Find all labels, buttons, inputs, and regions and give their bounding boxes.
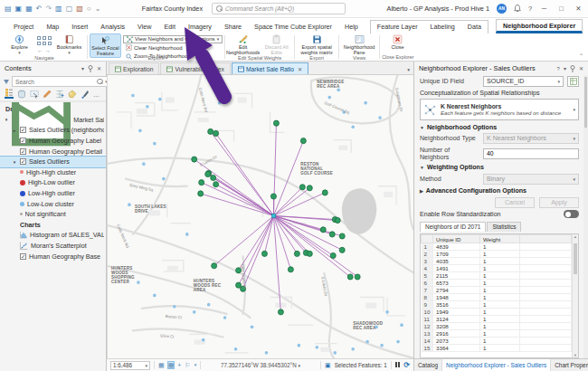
not-significant-point[interactable] xyxy=(234,347,238,351)
table-row[interactable]: 414911 xyxy=(422,265,572,272)
conceptualization-select[interactable]: K Nearest Neighbors Each feature gets K … xyxy=(420,99,579,120)
not-significant-point[interactable] xyxy=(364,101,367,105)
table-row[interactable]: 1131241 xyxy=(422,316,572,323)
not-significant-point[interactable] xyxy=(378,116,382,119)
new-project-icon[interactable]: ▤ xyxy=(5,5,12,13)
tree-map-market-sale-ratio[interactable]: ▾Market Sale Ratio xyxy=(0,115,106,126)
tree-item-sales-outliers[interactable]: ▾✓Sales Outliers xyxy=(0,157,106,167)
neighbor-point[interactable] xyxy=(261,251,267,256)
table-scrollbar[interactable]: ▴▾ xyxy=(572,234,578,357)
list-by-drawing-order-icon[interactable] xyxy=(5,90,14,99)
neighbor-point[interactable] xyxy=(212,263,217,269)
not-significant-point[interactable] xyxy=(265,351,269,355)
neighbor-point[interactable] xyxy=(213,130,219,136)
neighborhood-pane-button[interactable]: Neighborhood Pane xyxy=(341,33,377,56)
table-row[interactable]: 1533641 xyxy=(422,345,572,352)
list-by-charts-icon[interactable] xyxy=(81,90,90,99)
ribbon-tab-map[interactable]: Map xyxy=(40,21,65,33)
close-explorer-button[interactable]: Close xyxy=(382,33,413,51)
ribbon-tab-feature-layer[interactable]: Feature Layer xyxy=(371,21,424,33)
not-significant-point[interactable] xyxy=(400,323,403,327)
status-tools-chevron[interactable]: ▾ xyxy=(194,363,197,367)
not-significant-point[interactable] xyxy=(128,203,131,206)
advanced-options-section[interactable]: ▶Advanced Configuration Options xyxy=(420,187,579,195)
not-significant-point[interactable] xyxy=(131,94,135,98)
pause-drawing-icon[interactable] xyxy=(395,362,401,368)
list-by-data-source-icon[interactable] xyxy=(17,90,26,99)
list-by-editing-icon[interactable] xyxy=(43,90,52,99)
not-significant-point[interactable] xyxy=(193,310,196,314)
not-significant-point[interactable] xyxy=(146,105,149,109)
account-name[interactable]: Alberto - GP Analysis - Prod Hive 1 xyxy=(387,5,489,13)
tree-item-low-high-outlier[interactable]: Low-High outlier xyxy=(0,188,106,199)
neighbor-point[interactable] xyxy=(307,186,312,191)
ribbon-tab-edit[interactable]: Edit xyxy=(158,21,182,33)
maximize-button[interactable]: □ xyxy=(556,5,566,13)
not-significant-point[interactable] xyxy=(142,162,146,166)
add-data-icon[interactable]: ▥ xyxy=(55,5,62,13)
edit-neighborhoods-button[interactable]: Edit Neighborhoods xyxy=(227,33,259,56)
row-standardization-toggle[interactable] xyxy=(564,210,579,218)
not-significant-point[interactable] xyxy=(137,281,140,284)
save-project-icon[interactable]: ▦ xyxy=(25,5,33,13)
neighbor-point[interactable] xyxy=(330,252,336,258)
ribbon-tab-data[interactable]: Data xyxy=(461,21,488,33)
neighbor-point[interactable] xyxy=(307,251,312,256)
neighbor-point[interactable] xyxy=(205,171,211,176)
not-significant-point[interactable] xyxy=(351,125,355,128)
contents-search-input[interactable] xyxy=(15,79,95,85)
not-significant-point[interactable] xyxy=(173,305,176,309)
list-by-snapping-icon[interactable] xyxy=(55,90,64,99)
add-selection-icon[interactable]: ▦ xyxy=(158,362,165,368)
table-row[interactable]: 819481 xyxy=(422,294,572,301)
neighbor-point[interactable] xyxy=(213,182,219,187)
not-significant-point[interactable] xyxy=(202,338,205,342)
tree-item-moran-s-scatterplot[interactable]: Moran's Scatterplot xyxy=(0,241,106,252)
help-icon[interactable]: ? xyxy=(528,5,532,13)
toolbar-overflow-icon[interactable]: … xyxy=(93,91,100,98)
not-significant-point[interactable] xyxy=(385,310,389,314)
bottom-tab-catalog[interactable]: Catalog xyxy=(414,359,442,371)
tree-item-high-low-outlier[interactable]: High-Low outlier xyxy=(0,177,106,188)
filter-funnel-icon[interactable] xyxy=(4,80,9,84)
tree-item-charts[interactable]: Charts xyxy=(0,220,106,231)
command-search[interactable]: Command Search (Alt+Q) xyxy=(212,3,346,14)
number-of-neighbors-input[interactable] xyxy=(483,148,579,159)
open-project-icon[interactable]: ▣ xyxy=(15,5,23,13)
ribbon-tab-view[interactable]: View xyxy=(131,21,157,33)
avatar[interactable]: AN xyxy=(497,4,507,14)
bottom-tab-chart-properties[interactable]: Chart Properties xyxy=(551,359,588,371)
neighbor-point[interactable] xyxy=(322,190,327,195)
not-significant-point[interactable] xyxy=(396,340,400,344)
neighbor-point[interactable] xyxy=(273,120,279,126)
tree-item-high-high-cluster[interactable]: High-High cluster xyxy=(0,167,106,178)
neighbor-point[interactable] xyxy=(355,274,360,280)
not-significant-point[interactable] xyxy=(351,347,355,351)
not-significant-point[interactable] xyxy=(223,316,227,319)
navigate-mini-tools[interactable]: ← → xyxy=(37,33,52,53)
neighbor-point[interactable] xyxy=(236,268,242,273)
clear-neighborhood-button[interactable]: Clear Neighborhood xyxy=(123,44,223,52)
list-by-labeling-icon[interactable] xyxy=(68,90,77,99)
tree-item-human-geography-base[interactable]: ✓Human Geography Base xyxy=(0,251,106,262)
not-significant-point[interactable] xyxy=(158,98,162,101)
customize-icon[interactable]: ⌄ xyxy=(95,5,101,13)
neighborhood-options-section[interactable]: ▼Neighborhood Options xyxy=(420,124,579,131)
not-significant-point[interactable] xyxy=(153,142,156,146)
map-tabs-overflow-icon[interactable]: ▾ xyxy=(407,67,413,74)
not-significant-point[interactable] xyxy=(333,351,337,355)
ribbon-tab-share[interactable]: Share xyxy=(218,21,248,33)
table-row[interactable]: 1329161 xyxy=(422,330,572,338)
neighbor-point[interactable] xyxy=(192,157,197,162)
table-row[interactable]: 935161 xyxy=(422,301,572,309)
ribbon-tab-imagery[interactable]: Imagery xyxy=(182,21,218,33)
not-significant-point[interactable] xyxy=(213,86,216,90)
ribbon-tab-labeling[interactable]: Labeling xyxy=(424,21,461,33)
neighbor-point[interactable] xyxy=(270,194,276,199)
contents-search[interactable]: ▾ xyxy=(12,76,111,87)
flag-tool-icon[interactable]: ⚐ xyxy=(185,362,190,368)
not-significant-point[interactable] xyxy=(207,303,211,307)
refresh-map-icon[interactable]: ⟳ xyxy=(403,361,410,369)
tree-item-not-significant[interactable]: Not significant xyxy=(0,209,106,220)
not-significant-point[interactable] xyxy=(316,346,319,349)
